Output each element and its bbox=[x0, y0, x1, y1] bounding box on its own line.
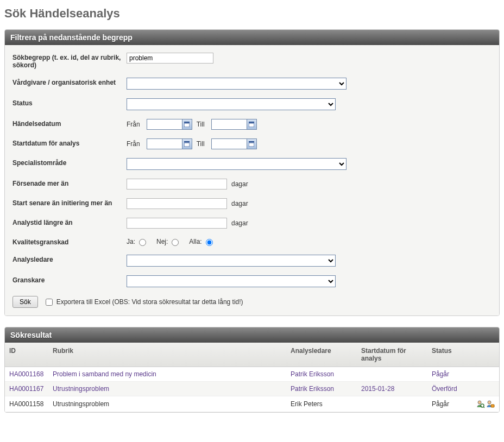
fran-label-1: Från bbox=[127, 121, 140, 128]
page-title: Sök Händelseanalys bbox=[4, 7, 500, 21]
granskare-select[interactable] bbox=[127, 275, 336, 287]
row-analysledare[interactable]: Patrik Eriksson bbox=[291, 370, 334, 378]
kvalitet-alla-radio[interactable] bbox=[206, 239, 213, 246]
handelsedatum-label: Händelsedatum bbox=[12, 119, 127, 128]
startdatum-label: Startdatum för analys bbox=[12, 138, 127, 147]
forsenade-label: Försenade mer än bbox=[12, 179, 127, 187]
status-label: Status bbox=[12, 98, 127, 107]
row-analysledare: Erik Peters bbox=[291, 400, 323, 408]
dagar-label-1: dagar bbox=[231, 180, 248, 188]
kvalitet-label: Kvalitetsgranskad bbox=[12, 237, 127, 246]
kvalitet-alla-label: Alla: bbox=[189, 238, 201, 245]
till-label-2: Till bbox=[197, 140, 205, 148]
analysledare-label: Analysledare bbox=[12, 255, 127, 263]
calendar-icon[interactable] bbox=[247, 119, 257, 130]
kvalitet-radiogroup: Ja: Nej: Alla: bbox=[127, 237, 492, 246]
export-excel-checkbox[interactable] bbox=[46, 299, 53, 306]
calendar-icon[interactable] bbox=[182, 119, 192, 130]
svg-point-8 bbox=[478, 401, 481, 404]
vardgivare-select[interactable] bbox=[127, 78, 346, 90]
svg-line-10 bbox=[483, 407, 484, 408]
status-select[interactable] bbox=[127, 98, 336, 110]
table-row: HA0001158UtrustningsproblemErik PetersPå… bbox=[5, 396, 499, 412]
col-analysledare[interactable]: Analysledare bbox=[286, 343, 357, 367]
svg-rect-0 bbox=[184, 122, 190, 123]
user-search-icon[interactable] bbox=[476, 400, 485, 408]
row-rubrik: Utrustningsproblem bbox=[53, 400, 109, 408]
start-senare-label: Start senare än initiering mer än bbox=[12, 198, 127, 207]
svg-rect-7 bbox=[249, 143, 254, 147]
startdatum-fran-input[interactable] bbox=[147, 138, 182, 149]
row-rubrik[interactable]: Utrustningsproblem bbox=[53, 385, 109, 393]
row-status[interactable]: Överförd bbox=[432, 385, 457, 393]
row-status: Pågår bbox=[432, 400, 449, 408]
analysledare-select[interactable] bbox=[127, 255, 336, 267]
svg-rect-12 bbox=[491, 405, 494, 407]
col-status[interactable]: Status bbox=[427, 343, 471, 367]
granskare-label: Granskare bbox=[12, 275, 127, 284]
calendar-icon[interactable] bbox=[182, 138, 192, 149]
row-id[interactable]: HA0001168 bbox=[9, 370, 43, 378]
sokbegrepp-input[interactable] bbox=[127, 53, 213, 64]
dagar-label-3: dagar bbox=[231, 219, 248, 227]
results-table: ID Rubrik Analysledare Startdatum för an… bbox=[5, 343, 499, 412]
filter-panel-body: Sökbegrepp (t. ex. id, del av rubrik, sö… bbox=[5, 45, 499, 315]
sokbegrepp-label: Sökbegrepp (t. ex. id, del av rubrik, sö… bbox=[12, 53, 127, 69]
col-id[interactable]: ID bbox=[5, 343, 48, 367]
results-panel-header: Sökresultat bbox=[5, 327, 499, 343]
filter-panel: Filtrera på nedanstående begrepp Sökbegr… bbox=[4, 29, 500, 316]
fran-label-2: Från bbox=[127, 140, 140, 148]
sok-button[interactable]: Sök bbox=[12, 296, 38, 308]
row-analysledare[interactable]: Patrik Eriksson bbox=[291, 385, 334, 393]
till-label-1: Till bbox=[197, 121, 205, 128]
row-rubrik[interactable]: Problem i samband med ny medicin bbox=[53, 370, 156, 378]
start-senare-input[interactable] bbox=[127, 198, 227, 209]
table-row: HA0001168Problem i samband med ny medici… bbox=[5, 367, 499, 382]
handelsedatum-fran-input[interactable] bbox=[147, 119, 182, 130]
kvalitet-ja-radio[interactable] bbox=[139, 239, 146, 246]
startdatum-till-input[interactable] bbox=[211, 138, 247, 149]
row-startdatum[interactable]: 2015-01-28 bbox=[361, 385, 394, 393]
export-excel-label: Exportera till Excel (OBS: Vid stora sök… bbox=[56, 298, 243, 306]
svg-rect-2 bbox=[249, 122, 254, 123]
svg-rect-4 bbox=[184, 141, 190, 142]
calendar-icon[interactable] bbox=[247, 138, 257, 149]
svg-rect-6 bbox=[249, 141, 254, 142]
handelsedatum-till-input[interactable] bbox=[211, 119, 247, 130]
col-startdatum[interactable]: Startdatum för analys bbox=[357, 343, 427, 367]
forsenade-input[interactable] bbox=[127, 179, 227, 190]
kvalitet-ja-label: Ja: bbox=[127, 238, 135, 245]
filter-panel-header: Filtrera på nedanstående begrepp bbox=[5, 30, 499, 45]
results-panel: Sökresultat ID Rubrik Analysledare Start… bbox=[4, 327, 500, 413]
user-role-icon[interactable] bbox=[486, 400, 495, 408]
specialist-label: Specialistområde bbox=[12, 158, 127, 167]
analystid-input[interactable] bbox=[127, 218, 227, 229]
col-rubrik[interactable]: Rubrik bbox=[48, 343, 286, 367]
table-row: HA0001167UtrustningsproblemPatrik Erikss… bbox=[5, 382, 499, 396]
svg-rect-3 bbox=[249, 123, 254, 127]
svg-rect-1 bbox=[184, 123, 190, 127]
analystid-label: Analystid längre än bbox=[12, 218, 127, 226]
svg-point-11 bbox=[488, 401, 491, 404]
kvalitet-nej-radio[interactable] bbox=[172, 239, 179, 246]
kvalitet-nej-label: Nej: bbox=[156, 238, 168, 245]
row-id: HA0001158 bbox=[9, 400, 43, 408]
dagar-label-2: dagar bbox=[231, 200, 248, 207]
svg-rect-5 bbox=[184, 143, 190, 147]
row-id[interactable]: HA0001167 bbox=[9, 385, 43, 393]
row-status[interactable]: Pågår bbox=[432, 370, 449, 378]
specialist-select[interactable] bbox=[127, 158, 346, 170]
vardgivare-label: Vårdgivare / organisatorisk enhet bbox=[12, 78, 127, 86]
